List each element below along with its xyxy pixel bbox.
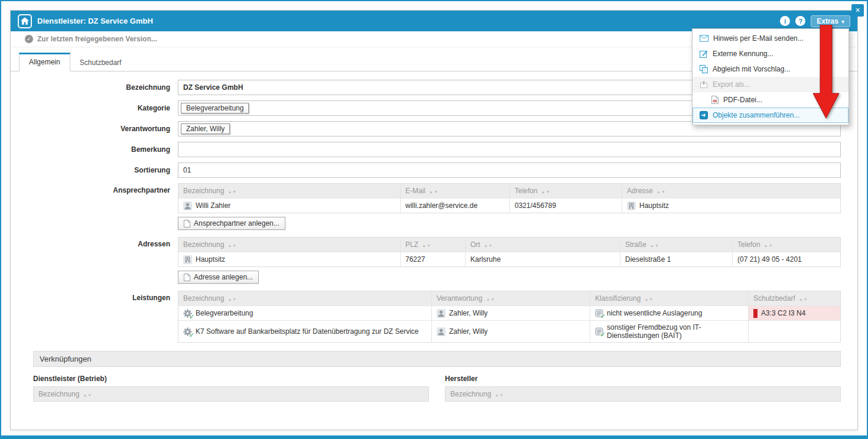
column-header-label: Adresse xyxy=(627,187,653,195)
add-button-label: Ansprechpartner anlegen... xyxy=(194,219,279,227)
menu-item-hinweis-per-email[interactable]: Hinweis per E-Mail senden... xyxy=(693,31,849,46)
person-icon xyxy=(437,309,446,318)
table-row[interactable]: K7 Software auf Bankarbeitsplatz für Dat… xyxy=(178,320,840,342)
sort-icon xyxy=(644,294,654,303)
menu-item-pdf-datei[interactable]: PDF-Datei... xyxy=(693,92,849,108)
column-header-bezeichnung[interactable]: Bezeichnung xyxy=(446,387,840,401)
sortierung-label: Sortierung xyxy=(33,162,170,178)
menu-item-abgleich-mit-vorschlag[interactable]: Abgleich mit Vorschlag... xyxy=(693,61,849,77)
table-header-row: Bezeichnung xyxy=(34,387,428,401)
sort-icon xyxy=(650,240,659,249)
building-icon xyxy=(627,201,636,210)
verantwortung-chip[interactable]: Zahler, Willy xyxy=(181,123,230,134)
service-gear-checked-icon xyxy=(183,327,192,336)
column-header-klassifizierung[interactable]: Klassifizierung xyxy=(590,291,748,305)
verantwortung-label: Verantwortung xyxy=(33,121,170,136)
column-header-bezeichnung[interactable]: Bezeichnung xyxy=(178,291,431,305)
extras-button[interactable]: Extras xyxy=(811,15,850,27)
column-header-label: Klassifizierung xyxy=(595,294,641,303)
cell-value: sonstiger Fremdbezug von IT-Dienstleistu… xyxy=(607,323,743,340)
menu-item-externe-kennung[interactable]: Externe Kennung... xyxy=(693,46,849,61)
menu-item-objekte-zusammenfuehren[interactable]: Objekte zusammenführen... xyxy=(693,108,849,123)
cell-value: Zahler, Willy xyxy=(449,327,487,336)
menu-item-label: Export als... xyxy=(713,80,750,89)
column-header-telefon[interactable]: Telefon xyxy=(509,184,622,198)
table-row[interactable]: Willi Zahler willi.zahler@service.de 032… xyxy=(178,198,840,213)
sort-icon xyxy=(541,187,551,195)
column-header-plz[interactable]: PLZ xyxy=(400,238,465,252)
cell-value: 76227 xyxy=(405,255,425,264)
sort-icon xyxy=(429,187,438,195)
column-header-adresse[interactable]: Adresse xyxy=(622,184,840,198)
bemerkung-field[interactable] xyxy=(178,142,841,157)
column-header-bezeichnung[interactable]: Bezeichnung xyxy=(34,387,428,401)
add-adresse-button[interactable]: Adresse anlegen... xyxy=(178,271,259,284)
new-document-icon xyxy=(184,220,190,227)
menu-item-label: Externe Kennung... xyxy=(713,50,773,58)
menu-item-label: Abgleich mit Vorschlag... xyxy=(713,65,790,73)
person-icon xyxy=(437,327,446,336)
ansprechpartner-label: Ansprechpartner xyxy=(33,183,170,230)
hersteller-label: Hersteller xyxy=(445,375,841,383)
column-header-label: Straße xyxy=(625,240,646,249)
menu-item-label: PDF-Datei... xyxy=(723,96,762,104)
cell-value: Hauptsitz xyxy=(639,201,669,210)
mail-icon xyxy=(700,35,708,42)
column-header-strasse[interactable]: Straße xyxy=(620,238,732,252)
column-header-label: Bezeichnung xyxy=(183,187,224,195)
sort-icon xyxy=(495,390,504,398)
service-provider-icon xyxy=(18,14,32,28)
info-button[interactable]: i xyxy=(780,16,790,26)
last-version-link[interactable]: Zur letzten freigegebenen Version... xyxy=(37,35,157,43)
sort-icon xyxy=(656,187,666,195)
column-header-bezeichnung[interactable]: Bezeichnung xyxy=(178,184,400,198)
close-icon: ✕ xyxy=(855,6,860,14)
column-header-ort[interactable]: Ort xyxy=(465,238,620,252)
add-ansprechpartner-button[interactable]: Ansprechpartner anlegen... xyxy=(178,217,285,230)
window-close-button[interactable]: ✕ xyxy=(851,4,864,17)
column-header-label: Schutzbedarf xyxy=(753,294,795,303)
sort-icon xyxy=(227,294,237,303)
column-header-schutzbedarf[interactable]: Schutzbedarf xyxy=(748,291,840,305)
column-header-telefon[interactable]: Telefon xyxy=(732,238,840,252)
column-header-label: Ort xyxy=(470,240,480,249)
compare-icon xyxy=(700,65,708,73)
help-button[interactable]: ? xyxy=(795,16,805,26)
column-header-label: Bezeichnung xyxy=(450,390,491,398)
service-gear-checked-icon xyxy=(183,309,192,318)
schutzbedarf-marker-icon xyxy=(753,309,758,318)
cell-value: Dieselstraße 1 xyxy=(625,255,671,264)
menu-item-export-als: Export als... xyxy=(693,77,849,92)
adressen-label: Adressen xyxy=(33,237,170,284)
hersteller-table: Bezeichnung xyxy=(445,386,841,402)
tab-schutzbedarf[interactable]: Schutzbedarf xyxy=(70,53,131,71)
column-header-label: Telefon xyxy=(515,187,538,195)
schutzbedarf-cell: A3:3 C2 I3 N4 xyxy=(748,306,840,320)
cell-value: Willi Zahler xyxy=(196,201,230,210)
table-row[interactable]: Belegverarbeitung Zahler, Willy nicht we… xyxy=(178,305,840,320)
verknuepfungen-section-header: Verknüpfungen xyxy=(33,351,841,367)
table-row[interactable]: Hauptsitz 76227 Karlsruhe Dieselstraße 1… xyxy=(178,252,840,266)
column-header-bezeichnung[interactable]: Bezeichnung xyxy=(178,238,400,252)
sortierung-field[interactable] xyxy=(178,162,841,178)
column-header-label: Bezeichnung xyxy=(183,294,224,303)
column-header-label: Telefon xyxy=(737,240,760,249)
merge-icon xyxy=(700,111,708,119)
table-header-row: Bezeichnung xyxy=(446,387,840,401)
cell-value: Zahler, Willy xyxy=(449,309,487,317)
kategorie-chip[interactable]: Belegverarbeitung xyxy=(181,103,249,113)
titlebar-actions: i ? Extras xyxy=(780,15,850,27)
column-header-verantwortung[interactable]: Verantwortung xyxy=(431,291,590,305)
cell-value: nicht wesentliche Auslagerung xyxy=(607,309,702,317)
cell-value: willi.zahler@service.de xyxy=(405,201,477,210)
sort-icon xyxy=(799,294,808,303)
verknuepfungen-section: Dienstleister (Betrieb) Bezeichnung Hers… xyxy=(33,375,841,402)
menu-item-label: Hinweis per E-Mail senden... xyxy=(713,34,804,43)
bemerkung-label: Bemerkung xyxy=(33,142,170,157)
tab-allgemein[interactable]: Allgemein xyxy=(19,53,70,71)
sort-icon xyxy=(83,390,92,398)
schutzbedarf-cell xyxy=(748,321,840,342)
column-header-email[interactable]: E-Mail xyxy=(400,184,509,198)
cell-value: (07 21) 49 05 - 4201 xyxy=(737,255,802,264)
table-header-row: Bezeichnung PLZ Ort Straße Telefon xyxy=(178,238,840,252)
